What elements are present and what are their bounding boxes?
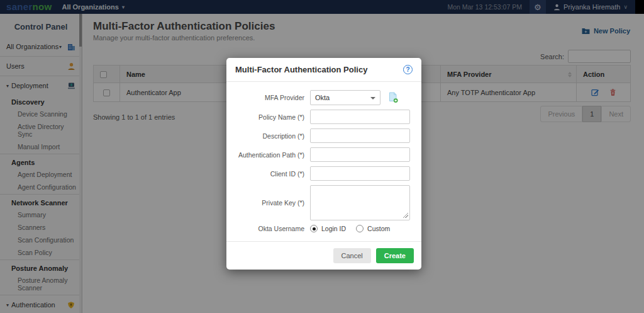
client-id-input[interactable] — [310, 166, 410, 181]
mfa-provider-value: Okta — [315, 94, 330, 101]
create-button[interactable]: Create — [376, 248, 414, 263]
policy-name-label: Policy Name (*) — [238, 113, 304, 121]
policy-name-input[interactable] — [310, 110, 410, 124]
radio-custom[interactable] — [356, 225, 364, 232]
import-file-icon[interactable] — [388, 92, 399, 103]
modal-footer: Cancel Create — [226, 241, 421, 270]
radio-login-id[interactable] — [310, 225, 318, 232]
private-key-textarea[interactable] — [310, 185, 410, 220]
private-key-label: Private Key (*) — [238, 199, 304, 207]
mfa-policy-modal: Multi-Factor Authentication Policy ? MFA… — [226, 58, 421, 270]
description-input[interactable] — [310, 128, 410, 143]
radio-login-id-label: Login ID — [321, 225, 346, 232]
mfa-provider-label: MFA Provider — [238, 94, 304, 101]
select-caret-icon — [370, 97, 375, 100]
client-id-label: Client ID (*) — [238, 170, 304, 178]
authentication-path-label: Authentication Path (*) — [238, 151, 304, 159]
cancel-button[interactable]: Cancel — [333, 248, 371, 263]
radio-custom-label: Custom — [367, 225, 390, 232]
modal-body: MFA Provider Okta Policy Name (*) Descri… — [226, 82, 421, 241]
modal-title: Multi-Factor Authentication Policy — [235, 65, 403, 74]
okta-username-label: Okta Username — [238, 225, 304, 232]
mfa-provider-select[interactable]: Okta — [310, 90, 380, 105]
description-label: Description (*) — [238, 132, 304, 140]
authentication-path-input[interactable] — [310, 147, 410, 162]
okta-username-row: Okta Username Login ID Custom — [238, 225, 410, 232]
modal-header: Multi-Factor Authentication Policy ? — [226, 58, 421, 82]
help-icon[interactable]: ? — [403, 65, 413, 74]
